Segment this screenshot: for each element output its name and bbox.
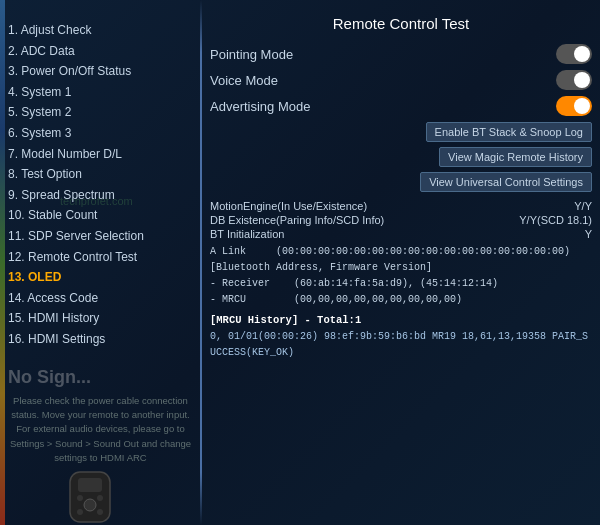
menu-item-11[interactable]: 11. SDP Server Selection bbox=[8, 226, 203, 247]
mrcu-label: - MRCU bbox=[210, 294, 246, 305]
voice-mode-label: Voice Mode bbox=[210, 73, 278, 88]
bt-init-label: BT Initialization bbox=[210, 228, 284, 240]
left-menu: 1. Adjust Check2. ADC Data3. Power On/Of… bbox=[8, 20, 203, 350]
db-existence-row: DB Existence(Paring Info/SCD Info) Y/Y(S… bbox=[210, 214, 592, 226]
advertising-mode-toggle[interactable] bbox=[556, 96, 592, 116]
left-color-bar bbox=[0, 0, 5, 525]
db-existence-value: Y/Y(SCD 18.1) bbox=[519, 214, 592, 226]
menu-item-7[interactable]: 7. Model Number D/L bbox=[8, 144, 203, 165]
menu-item-4[interactable]: 4. System 1 bbox=[8, 82, 203, 103]
mrcu-history-header: [MRCU History] - Total:1 bbox=[210, 312, 592, 329]
menu-item-2[interactable]: 2. ADC Data bbox=[8, 41, 203, 62]
menu-item-15[interactable]: 15. HDMI History bbox=[8, 308, 203, 329]
menu-item-6[interactable]: 6. System 3 bbox=[8, 123, 203, 144]
receiver-label: - Receiver bbox=[210, 278, 270, 289]
right-panel: Remote Control Test Pointing Mode Voice … bbox=[210, 15, 592, 361]
view-universal-control-button[interactable]: View Universal Control Settings bbox=[420, 172, 592, 192]
bt-init-value: Y bbox=[585, 228, 592, 240]
menu-item-10[interactable]: 10. Stable Count bbox=[8, 205, 203, 226]
svg-point-5 bbox=[77, 509, 83, 515]
menu-item-8[interactable]: 8. Test Option bbox=[8, 164, 203, 185]
motion-engine-row: MotionEngine(In Use/Existence) Y/Y bbox=[210, 200, 592, 212]
advertising-mode-label: Advertising Mode bbox=[210, 99, 310, 114]
pointing-mode-row: Pointing Mode bbox=[210, 44, 592, 64]
no-signal-text: No Sign... bbox=[8, 367, 193, 388]
panel-title: Remote Control Test bbox=[210, 15, 592, 32]
menu-item-3[interactable]: 3. Power On/Off Status bbox=[8, 61, 203, 82]
mrcu-line: - MRCU (00,00,00,00,00,00,00,00,00) bbox=[210, 292, 592, 308]
magic-remote-btn-row: View Magic Remote History bbox=[210, 147, 592, 167]
receiver-value: (60:ab:14:fa:5a:d9), (45:14:12:14) bbox=[294, 278, 498, 289]
pointing-mode-toggle[interactable] bbox=[556, 44, 592, 64]
receiver-line: - Receiver (60:ab:14:fa:5a:d9), (45:14:1… bbox=[210, 276, 592, 292]
notice-body-text: Please check the power cable connection … bbox=[8, 394, 193, 465]
menu-item-1[interactable]: 1. Adjust Check bbox=[8, 20, 203, 41]
menu-item-9[interactable]: 9. Spread Spectrum bbox=[8, 185, 203, 206]
svg-rect-1 bbox=[78, 478, 102, 492]
enable-bt-btn-row: Enable BT Stack & Snoop Log bbox=[210, 122, 592, 142]
svg-point-4 bbox=[97, 495, 103, 501]
mrcu-value: (00,00,00,00,00,00,00,00,00) bbox=[294, 294, 462, 305]
remote-control-image bbox=[50, 470, 130, 525]
menu-item-5[interactable]: 5. System 2 bbox=[8, 102, 203, 123]
db-existence-label: DB Existence(Paring Info/SCD Info) bbox=[210, 214, 384, 226]
bt-init-row: BT Initialization Y bbox=[210, 228, 592, 240]
motion-engine-value: Y/Y bbox=[574, 200, 592, 212]
svg-point-3 bbox=[77, 495, 83, 501]
mrcu-history-block: [MRCU History] - Total:1 0, 01/01(00:00:… bbox=[210, 312, 592, 361]
voice-mode-row: Voice Mode bbox=[210, 70, 592, 90]
universal-control-btn-row: View Universal Control Settings bbox=[210, 172, 592, 192]
a-link-label: A Link bbox=[210, 246, 246, 257]
view-magic-remote-button[interactable]: View Magic Remote History bbox=[439, 147, 592, 167]
svg-point-6 bbox=[97, 509, 103, 515]
screen: 1. Adjust Check2. ADC Data3. Power On/Of… bbox=[0, 0, 600, 525]
voice-mode-toggle[interactable] bbox=[556, 70, 592, 90]
bottom-notice: No Sign... Please check the power cable … bbox=[8, 367, 193, 465]
mrcu-history-data: 0, 01/01(00:00:26) 98:ef:9b:59:b6:bd MR1… bbox=[210, 329, 592, 361]
menu-item-12[interactable]: 12. Remote Control Test bbox=[8, 247, 203, 268]
pointing-mode-label: Pointing Mode bbox=[210, 47, 293, 62]
bt-address-header: [Bluetooth Address, Firmware Version] bbox=[210, 260, 592, 276]
motion-engine-label: MotionEngine(In Use/Existence) bbox=[210, 200, 367, 212]
enable-bt-button[interactable]: Enable BT Stack & Snoop Log bbox=[426, 122, 592, 142]
menu-item-16[interactable]: 16. HDMI Settings bbox=[8, 329, 203, 350]
info-table: MotionEngine(In Use/Existence) Y/Y DB Ex… bbox=[210, 200, 592, 240]
advertising-mode-row: Advertising Mode bbox=[210, 96, 592, 116]
svg-point-2 bbox=[84, 499, 96, 511]
a-link-block: A Link (00:00:00:00:00:00:00:00:00:00:00… bbox=[210, 244, 592, 308]
a-link-value: (00:00:00:00:00:00:00:00:00:00:00:00:00:… bbox=[276, 246, 570, 257]
menu-item-14[interactable]: 14. Access Code bbox=[8, 288, 203, 309]
a-link-line: A Link (00:00:00:00:00:00:00:00:00:00:00… bbox=[210, 244, 592, 260]
menu-item-13[interactable]: 13. OLED bbox=[8, 267, 203, 288]
